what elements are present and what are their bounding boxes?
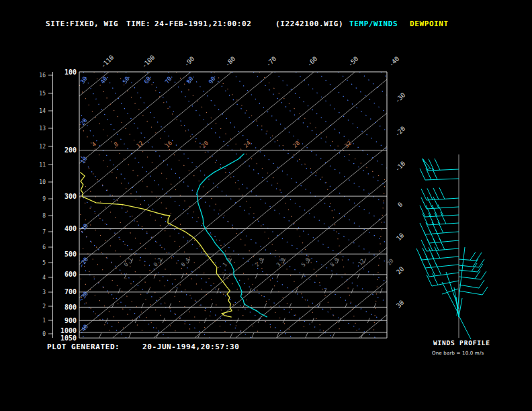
isotherm-label-right: 30 xyxy=(395,298,406,309)
temperature-trace xyxy=(197,154,267,317)
wind-barb-feather xyxy=(432,205,437,216)
height-axis: 161514131211109876543210 xyxy=(39,72,52,338)
dry-adiabat-line xyxy=(126,72,459,338)
height-label: 12 xyxy=(39,144,46,150)
isotherm-line xyxy=(400,72,532,338)
height-label: 3 xyxy=(42,289,46,295)
wind-barb-feather xyxy=(429,213,434,224)
wind-barb-feather xyxy=(426,205,431,216)
moist-adiabat-label: 12 xyxy=(135,140,144,149)
isotherm-label-top: -80 xyxy=(224,54,237,68)
isotherm-label-top: -40 xyxy=(388,54,401,68)
dry-adiabat-line xyxy=(275,72,532,338)
pressure-label: 400 xyxy=(64,225,77,232)
moist-adiabat-line xyxy=(176,72,341,332)
mixing-ratio-line xyxy=(252,257,286,338)
wind-barb-segment xyxy=(459,316,471,339)
mixing-ratio-label: 8.0 xyxy=(329,257,340,268)
wind-barb-feather xyxy=(479,280,484,288)
moist-adiabat-label: 28 xyxy=(292,140,301,149)
wind-barb-feather xyxy=(423,248,428,259)
dry-adiabat-line xyxy=(402,72,532,338)
mixing-ratio-label: 0.1 xyxy=(123,257,134,268)
wind-barb-shaft xyxy=(459,291,482,295)
dry-adiabat-line xyxy=(0,72,210,338)
mixing-ratio-line xyxy=(99,257,134,338)
dry-adiabat-line xyxy=(232,72,532,338)
height-label: 14 xyxy=(39,108,46,114)
isotherm-line xyxy=(113,72,437,338)
moist-adiabat-line xyxy=(94,72,292,332)
moist-adiabat-line xyxy=(214,72,357,332)
isotherm-label-top: -110 xyxy=(99,53,116,69)
wind-barb-shaft xyxy=(425,179,459,180)
moist-adiabat-label: 8 xyxy=(113,140,120,148)
pressure-label: 700 xyxy=(64,288,77,295)
wind-barb-feather xyxy=(435,247,440,259)
height-label: 13 xyxy=(39,126,46,132)
wind-barb-feather xyxy=(420,169,425,180)
pressure-label: 200 xyxy=(64,146,77,154)
wind-barb-shaft xyxy=(427,207,459,209)
wind-barb-feather xyxy=(421,240,427,251)
dry-adiabat-label-left: 20 xyxy=(79,117,89,126)
dry-adiabat-label-top: 30 xyxy=(79,75,89,85)
wind-barb-feather xyxy=(433,239,439,250)
isotherm-line xyxy=(0,72,109,338)
height-label: 10 xyxy=(39,179,46,185)
moist-adiabat-label: 4 xyxy=(91,140,97,148)
dry-adiabat-label-top: 90 xyxy=(208,75,217,85)
wind-barb-feather xyxy=(470,252,476,260)
pressure-label: 1050 xyxy=(60,334,77,342)
mixing-ratio-line xyxy=(230,257,265,338)
height-label: 16 xyxy=(39,73,46,79)
height-label: 7 xyxy=(42,229,46,235)
height-label: 9 xyxy=(42,196,46,202)
pressure-label: 900 xyxy=(64,317,77,324)
height-label: 4 xyxy=(42,275,46,281)
pressure-label: 600 xyxy=(64,271,77,278)
isotherm-label-right: 10 xyxy=(395,231,406,242)
dry-adiabat-line xyxy=(169,72,532,338)
isotherm-line xyxy=(0,72,191,338)
isotherm-line xyxy=(0,72,150,338)
mixing-ratio-label: 1.0 xyxy=(222,257,232,268)
wind-barb-feather xyxy=(429,247,434,259)
wind-barb-feather xyxy=(439,187,445,199)
wind-barb-segment xyxy=(459,298,462,317)
wind-barb-feather xyxy=(416,248,422,260)
dry-adiabat-label-left: -20 xyxy=(78,256,89,268)
isotherm-line xyxy=(277,72,532,338)
pressure-label: 500 xyxy=(64,250,77,258)
height-label: 15 xyxy=(39,91,46,97)
height-label: 1 xyxy=(42,318,46,324)
dry-adiabat-line xyxy=(19,72,251,338)
wind-barb-feather xyxy=(427,239,433,250)
mixing-ratio-line xyxy=(129,257,163,338)
pressure-label: 300 xyxy=(64,193,77,200)
moist-adiabat-label: 16 xyxy=(164,140,173,149)
wind-barb-feather xyxy=(423,214,428,225)
isotherm-label-right: 0 xyxy=(396,200,404,208)
dry-adiabat-line xyxy=(253,72,532,338)
wind-barb-segment xyxy=(442,289,458,294)
dry-adiabat-line xyxy=(0,72,126,338)
dry-adiabat-label-top: 50 xyxy=(122,75,131,85)
mixing-ratio-line xyxy=(277,257,311,338)
dry-adiabat-line xyxy=(147,72,501,338)
pressure-label: 1000 xyxy=(60,327,77,334)
moist-adiabats xyxy=(0,72,385,332)
moist-adiabat-line xyxy=(3,72,193,332)
wind-barb-segment xyxy=(428,169,431,169)
isotherm-label-top: -90 xyxy=(183,54,196,68)
height-label: 11 xyxy=(39,162,46,168)
isotherm-line xyxy=(0,72,232,338)
isotherm-line xyxy=(0,72,314,338)
isotherm-line xyxy=(236,72,532,338)
wind-barb-feather xyxy=(420,205,425,217)
sounding-plot-screen: SITE: FIXED, WIG TIME: 24-FEB-1991,21:00… xyxy=(0,0,532,411)
mixing-ratio-label: 5.0 xyxy=(300,257,311,268)
wind-barb-feather xyxy=(438,222,443,233)
isotherm-label-right: 20 xyxy=(395,265,406,275)
wind-barb-feather xyxy=(432,168,437,179)
